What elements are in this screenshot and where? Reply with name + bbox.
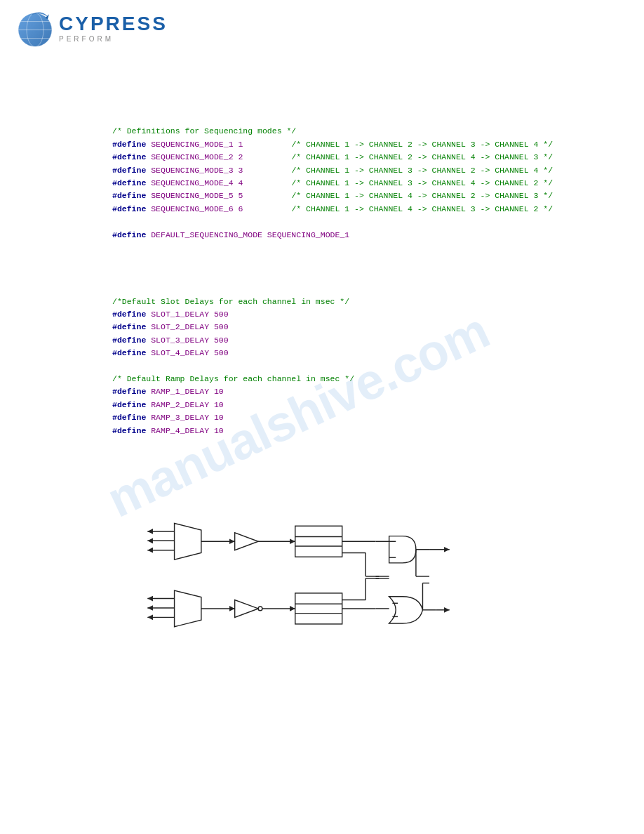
slot-name-3: SLOT_3_DELAY <box>151 336 209 345</box>
define-keyword-1: #define <box>112 140 146 149</box>
define-val-6: 6 <box>238 204 243 213</box>
svg-marker-25 <box>147 596 153 602</box>
define-val-1: 1 <box>238 140 243 149</box>
logo-cypress-label: CYPRESS <box>59 14 168 34</box>
define-comment-3: /* CHANNEL 1 -> CHANNEL 3 -> CHANNEL 2 -… <box>291 166 553 175</box>
ramp-kw-4: #define <box>112 426 146 435</box>
svg-marker-11 <box>147 548 153 553</box>
svg-marker-34 <box>290 606 295 611</box>
define-val-4: 4 <box>238 178 243 187</box>
svg-marker-28 <box>175 590 201 627</box>
logo-perform-label: PERFORM <box>59 35 168 43</box>
ramp-val-1: 10 <box>214 387 224 396</box>
comment-slot: /*Default Slot Delays for each channel i… <box>112 297 349 306</box>
ramp-val-3: 10 <box>214 413 224 422</box>
svg-marker-14 <box>229 539 235 545</box>
define-val-default: SEQUENCING_MODE_1 <box>267 230 349 239</box>
logo-globe-icon <box>14 7 56 49</box>
svg-marker-31 <box>235 600 258 618</box>
define-keyword-default: #define <box>112 230 146 239</box>
slot-val-2: 500 <box>214 322 229 331</box>
slot-name-1: SLOT_1_DELAY <box>151 310 209 319</box>
slot-kw-1: #define <box>112 310 146 319</box>
define-comment-1: /* CHANNEL 1 -> CHANNEL 2 -> CHANNEL 3 -… <box>291 140 553 149</box>
logo: CYPRESS PERFORM <box>14 7 168 49</box>
ramp-kw-1: #define <box>112 387 146 396</box>
define-keyword-6: #define <box>112 204 146 213</box>
comment-ramp: /* Default Ramp Delays for each channel … <box>112 374 354 383</box>
define-name-5: SEQUENCING_MODE_5 <box>151 191 233 200</box>
slot-kw-4: #define <box>112 348 146 357</box>
define-name-3: SEQUENCING_MODE_3 <box>151 166 233 175</box>
slot-kw-2: #define <box>112 322 146 331</box>
define-keyword-2: #define <box>112 152 146 161</box>
define-keyword-4: #define <box>112 178 146 187</box>
define-name-2: SEQUENCING_MODE_2 <box>151 152 233 161</box>
svg-marker-12 <box>175 524 201 560</box>
header: CYPRESS PERFORM <box>0 0 644 56</box>
svg-point-32 <box>258 607 262 611</box>
define-keyword-5: #define <box>112 191 146 200</box>
define-val-2: 2 <box>238 152 243 161</box>
ramp-name-4: RAMP_4_DELAY <box>151 426 209 435</box>
ramp-val-2: 10 <box>214 400 224 409</box>
define-comment-6: /* CHANNEL 1 -> CHANNEL 4 -> CHANNEL 3 -… <box>291 204 553 213</box>
define-val-3: 3 <box>238 166 243 175</box>
svg-marker-56 <box>444 547 450 552</box>
code-block-sequencing: /* Definitions for Sequencing modes */ #… <box>112 112 532 254</box>
ramp-name-1: RAMP_1_DELAY <box>151 387 209 396</box>
slot-kw-3: #define <box>112 336 146 345</box>
define-keyword-3: #define <box>112 166 146 175</box>
define-name-1: SEQUENCING_MODE_1 <box>151 140 233 149</box>
code-section: /* Definitions for Sequencing modes */ #… <box>0 98 644 464</box>
slot-val-4: 500 <box>214 348 229 357</box>
define-val-5: 5 <box>238 191 243 200</box>
slot-val-3: 500 <box>214 336 229 345</box>
slot-name-4: SLOT_4_DELAY <box>151 348 209 357</box>
define-name-4: SEQUENCING_MODE_4 <box>151 178 233 187</box>
slot-val-1: 500 <box>214 310 229 319</box>
slot-name-2: SLOT_2_DELAY <box>151 322 209 331</box>
svg-marker-10 <box>147 538 153 544</box>
ramp-val-4: 10 <box>214 426 224 435</box>
ramp-kw-2: #define <box>112 400 146 409</box>
circuit-diagram: .diag { stroke: #222; stroke-width: 1.5;… <box>83 499 561 654</box>
define-name-6: SEQUENCING_MODE_6 <box>151 204 233 213</box>
define-comment-5: /* CHANNEL 1 -> CHANNEL 4 -> CHANNEL 2 -… <box>291 191 553 200</box>
comment-definitions: /* Definitions for Sequencing modes */ <box>112 126 296 135</box>
diagram-section: .diag { stroke: #222; stroke-width: 1.5;… <box>0 492 644 661</box>
svg-marker-9 <box>147 529 153 534</box>
ramp-name-3: RAMP_3_DELAY <box>151 413 209 422</box>
svg-rect-18 <box>295 527 342 557</box>
define-comment-4: /* CHANNEL 1 -> CHANNEL 3 -> CHANNEL 4 -… <box>291 178 553 187</box>
code-block-slot: /*Default Slot Delays for each channel i… <box>112 282 532 450</box>
define-comment-2: /* CHANNEL 1 -> CHANNEL 2 -> CHANNEL 4 -… <box>291 152 553 161</box>
svg-marker-30 <box>229 606 235 611</box>
svg-marker-17 <box>290 539 295 545</box>
ramp-name-2: RAMP_2_DELAY <box>151 400 209 409</box>
define-name-default: DEFAULT_SEQUENCING_MODE <box>151 230 262 239</box>
svg-marker-15 <box>235 533 258 550</box>
svg-marker-27 <box>147 615 153 621</box>
svg-rect-35 <box>295 593 342 624</box>
svg-marker-26 <box>147 606 153 611</box>
svg-marker-58 <box>444 607 450 613</box>
logo-text: CYPRESS PERFORM <box>59 14 168 43</box>
ramp-kw-3: #define <box>112 413 146 422</box>
